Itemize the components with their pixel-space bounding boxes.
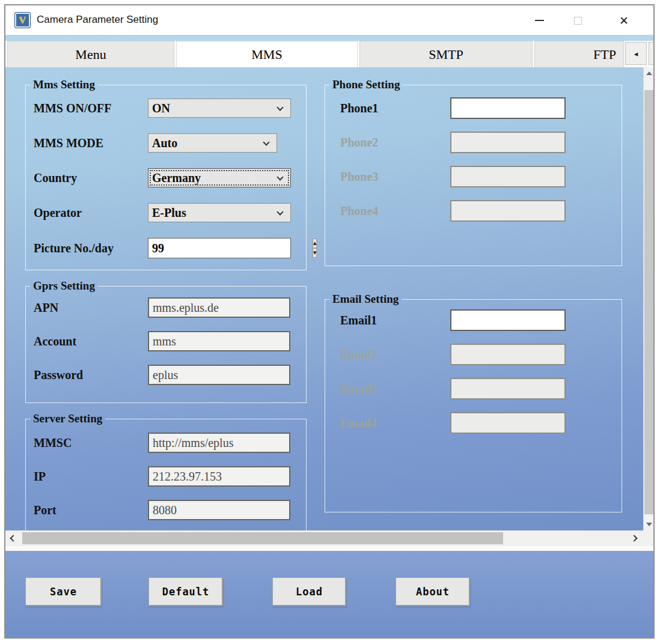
phone4-label: Phone4 <box>340 204 450 218</box>
group-title-email-setting: Email Setting <box>329 293 402 306</box>
tab-scroll-left-button[interactable]: ◂ <box>625 42 647 65</box>
window-title: Camera Parameter Setting <box>37 14 158 26</box>
mms-mode-select[interactable]: Auto <box>148 133 277 153</box>
tab-row: Menu MMS SMTP FTP ◂ <box>5 41 653 67</box>
apn-label: APN <box>34 301 148 315</box>
titlebar: V Camera Parameter Setting ✕ <box>5 5 653 35</box>
email1-label: Email1 <box>340 314 450 327</box>
port-input[interactable] <box>148 500 290 520</box>
mms-onoff-value: ON <box>148 102 170 115</box>
scrollbar-corner <box>643 530 653 546</box>
apn-input[interactable] <box>148 297 290 318</box>
tab-scroll-right-button-clipped[interactable] <box>649 42 653 65</box>
account-label: Account <box>34 335 148 348</box>
default-button[interactable]: Default <box>148 577 223 606</box>
spinner-up-button[interactable]: ▲ <box>313 238 317 248</box>
phone3-label: Phone3 <box>340 170 450 184</box>
maximize-icon <box>574 17 582 25</box>
chevron-down-icon <box>263 139 269 145</box>
spinner-down-button[interactable]: ▼ <box>313 248 317 258</box>
horizontal-scroll-thumb[interactable] <box>22 532 503 544</box>
group-mms-setting: Mms Setting MMS ON/OFF ON MMS MODE Auto … <box>25 78 307 270</box>
tab-strip: Menu MMS SMTP FTP ◂ <box>5 35 653 67</box>
tab-smtp-label: SMTP <box>429 47 463 62</box>
phone1-input[interactable] <box>450 97 566 119</box>
operator-select[interactable]: E-Plus <box>148 203 291 222</box>
password-input[interactable] <box>148 365 290 385</box>
phone2-input <box>450 132 566 153</box>
default-button-label: Default <box>162 586 210 598</box>
scroll-left-button[interactable] <box>5 535 21 542</box>
group-server-setting: Server Setting MMSC IP Port <box>25 412 307 530</box>
bottom-panel: Save Default Load About <box>5 551 653 637</box>
about-button-label: About <box>416 586 450 598</box>
tab-menu-label: Menu <box>75 47 106 62</box>
save-button[interactable]: Save <box>25 577 102 606</box>
tab-scroll-left-icon: ◂ <box>634 49 638 58</box>
ip-input[interactable] <box>148 466 290 487</box>
country-value: Germany <box>148 171 201 185</box>
spinner-up-icon: ▲ <box>313 241 316 246</box>
tab-ftp[interactable]: FTP <box>534 41 624 67</box>
app-icon: V <box>14 12 31 28</box>
mmsc-label: MMSC <box>34 436 148 450</box>
group-title-server-setting: Server Setting <box>30 412 105 425</box>
tab-mms[interactable]: MMS <box>176 41 358 67</box>
phone1-label: Phone1 <box>340 102 450 115</box>
spinner-buttons: ▲ ▼ <box>312 238 317 258</box>
operator-label: Operator <box>34 206 148 220</box>
mmsc-input[interactable] <box>148 433 290 453</box>
maximize-button[interactable] <box>567 11 588 30</box>
group-title-mms-setting: Mms Setting <box>30 78 98 91</box>
about-button[interactable]: About <box>396 577 470 606</box>
tab-ftp-label: FTP <box>593 47 616 62</box>
account-input[interactable] <box>148 331 290 351</box>
ip-label: IP <box>34 470 148 484</box>
country-label: Country <box>34 171 148 185</box>
tab-menu[interactable]: Menu <box>7 41 174 67</box>
horizontal-scrollbar[interactable] <box>5 530 643 546</box>
load-button[interactable]: Load <box>272 577 346 606</box>
picture-per-day-input[interactable] <box>148 238 312 258</box>
app-icon-letter: V <box>19 15 26 25</box>
password-label: Password <box>34 368 148 382</box>
scroll-right-button[interactable] <box>626 535 642 542</box>
save-button-label: Save <box>50 586 77 598</box>
load-button-label: Load <box>296 586 323 598</box>
bottom-separator <box>5 546 653 551</box>
mms-onoff-select[interactable]: ON <box>148 99 291 118</box>
app-window: V Camera Parameter Setting ✕ Menu MMS SM… <box>4 4 655 639</box>
scroll-up-icon[interactable] <box>646 71 652 75</box>
mms-mode-value: Auto <box>148 136 177 150</box>
chevron-down-icon <box>277 208 283 215</box>
spinner-down-icon: ▼ <box>313 251 316 255</box>
scroll-down-icon[interactable] <box>646 523 652 526</box>
mms-onoff-label: MMS ON/OFF <box>34 102 148 115</box>
email2-label: Email2 <box>340 348 450 362</box>
vertical-scrollbar[interactable] <box>643 67 653 530</box>
email4-input <box>450 412 566 434</box>
port-label: Port <box>34 503 148 517</box>
minimize-icon <box>535 20 544 21</box>
close-button[interactable]: ✕ <box>614 11 634 30</box>
group-title-phone-setting: Phone Setting <box>329 78 403 91</box>
picture-per-day-spinner[interactable]: ▲ ▼ <box>148 238 291 258</box>
phone2-label: Phone2 <box>340 136 450 150</box>
tab-mms-label: MMS <box>251 47 282 62</box>
email2-input <box>450 344 566 365</box>
email1-input[interactable] <box>450 309 566 331</box>
vertical-scroll-thumb[interactable] <box>644 90 653 514</box>
picture-per-day-label: Picture No./day <box>34 242 148 255</box>
email3-input <box>450 378 566 399</box>
email4-label: Email4 <box>340 416 450 430</box>
mms-mode-label: MMS MODE <box>34 136 148 150</box>
scroll-right-icon <box>631 535 637 541</box>
group-email-setting: Email Setting Email1 Email2 Email3 Email… <box>325 293 622 512</box>
tab-smtp[interactable]: SMTP <box>359 41 533 67</box>
chevron-down-icon <box>277 104 283 111</box>
group-title-gprs-setting: Gprs Setting <box>30 279 98 293</box>
scroll-left-icon <box>10 535 16 541</box>
email3-label: Email3 <box>340 382 450 396</box>
country-select[interactable]: Germany <box>148 168 291 187</box>
minimize-button[interactable] <box>529 11 549 30</box>
